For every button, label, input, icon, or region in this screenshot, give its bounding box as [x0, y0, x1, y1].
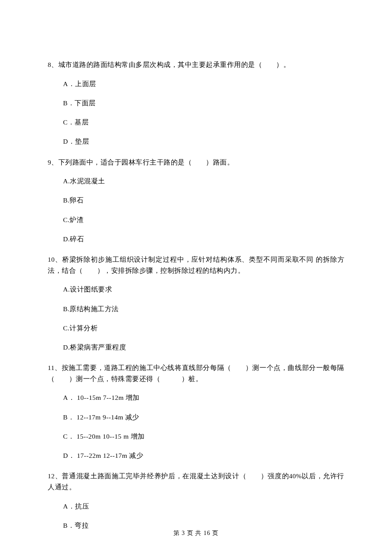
question-options: A.设计图纸要求 B.原结构施工方法 C.计算分析 D.桥梁病害严重程度: [48, 284, 344, 352]
question-8: 8、城市道路的路面结构常由多层次构成，其中主要起承重作用的是（ ）。 A．上面层…: [48, 59, 344, 147]
option-b: B．弯拉: [63, 520, 344, 530]
option-a: A．抗压: [63, 501, 344, 511]
option-b: B． 12--17m 9--14m 减少: [63, 412, 344, 422]
question-11: 11、按施工需要，道路工程的施工中心线将直线部分每隔（ ）测一个点，曲线部分一般…: [48, 362, 344, 460]
option-c: C．基层: [63, 117, 344, 127]
option-c: C． 15--20m 10--15 m 增加: [63, 431, 344, 441]
option-d: D.碎石: [63, 234, 344, 244]
option-c: C.炉渣: [63, 215, 344, 225]
option-d: D．垫层: [63, 136, 344, 146]
question-9: 9、下列路面中，适合于园林车行主干路的是（ ）路面。 A.水泥混凝土 B.卵石 …: [48, 157, 344, 244]
option-b: B.卵石: [63, 195, 344, 205]
option-d: D． 17--22m 12--17m 减少: [63, 451, 344, 460]
question-10: 10、桥梁拆除初步施工组织设计制定过程中，应针对结构体系、类型不同而采取不同 的…: [48, 254, 344, 352]
question-stem: 8、城市道路的路面结构常由多层次构成，其中主要起承重作用的是（ ）。: [48, 59, 344, 70]
option-a: A．上面层: [63, 79, 344, 89]
question-options: A． 10--15m 7--12m 增加 B． 12--17m 9--14m 减…: [48, 393, 344, 460]
option-a: A． 10--15m 7--12m 增加: [63, 393, 344, 402]
option-c: C.计算分析: [63, 323, 344, 333]
page-footer: 第 3 页 共 16 页: [0, 529, 392, 537]
option-b: B．下面层: [63, 98, 344, 108]
option-d: D.桥梁病害严重程度: [63, 342, 344, 352]
question-options: A．抗压 B．弯拉: [48, 501, 344, 531]
question-options: A．上面层 B．下面层 C．基层 D．垫层: [48, 79, 344, 147]
question-options: A.水泥混凝土 B.卵石 C.炉渣 D.碎石: [48, 176, 344, 244]
question-stem: 9、下列路面中，适合于园林车行主干路的是（ ）路面。: [48, 157, 344, 168]
option-a: A.设计图纸要求: [63, 284, 344, 294]
option-b: B.原结构施工方法: [63, 304, 344, 314]
question-stem: 12、普通混凝土路面施工完毕并经养护后，在混凝土达到设计（ ）强度的40%以后，…: [48, 471, 344, 492]
option-a: A.水泥混凝土: [63, 176, 344, 186]
question-12: 12、普通混凝土路面施工完毕并经养护后，在混凝土达到设计（ ）强度的40%以后，…: [48, 471, 344, 530]
page-content: 8、城市道路的路面结构常由多层次构成，其中主要起承重作用的是（ ）。 A．上面层…: [0, 0, 392, 530]
question-stem: 10、桥梁拆除初步施工组织设计制定过程中，应针对结构体系、类型不同而采取不同 的…: [48, 254, 344, 276]
question-stem: 11、按施工需要，道路工程的施工中心线将直线部分每隔（ ）测一个点，曲线部分一般…: [48, 362, 344, 384]
